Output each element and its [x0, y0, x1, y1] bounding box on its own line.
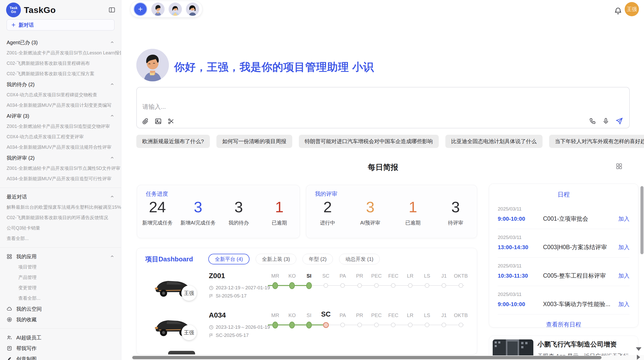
stat-label: 新增完成任务: [142, 219, 173, 226]
sidebar-item[interactable]: C0X4-动力总成开发项目工程变更评审: [0, 132, 121, 142]
suggestion-chip[interactable]: 特朗普可能对进口汽车增税会对中国车企造成哪些影响: [299, 135, 439, 148]
join-link[interactable]: 加入: [618, 301, 630, 308]
event-date: 2025/03/11: [498, 206, 630, 212]
scroll-down-arrow[interactable]: [636, 347, 641, 351]
project-row[interactable]: 王强 A034 2023-12-19～2026-01-19 SC-2025-05…: [137, 309, 477, 347]
milestone-node: [324, 283, 328, 288]
agent-avatar-2[interactable]: [169, 3, 182, 16]
app-link[interactable]: 项目管理: [0, 262, 121, 272]
project-row[interactable]: 王强 Z001 2023-12-19～2027-01-19 SI-2025-05…: [137, 270, 477, 308]
paperclip-icon[interactable]: [142, 118, 149, 125]
sidebar-cloud-space[interactable]: 我的云空间: [0, 304, 121, 314]
join-link[interactable]: 加入: [618, 215, 630, 223]
app-link[interactable]: 变更管理: [0, 283, 121, 293]
milestone-label: SC: [317, 310, 334, 319]
event-name: C003|H0B-方案冻结评审: [543, 243, 618, 251]
horizontal-scrollbar-thumb[interactable]: [132, 356, 602, 359]
suggestion-chip[interactable]: 当下年轻人对汽车外观有怎样的喜好趋势: [549, 135, 644, 148]
plus-icon: [137, 6, 144, 12]
chat-input[interactable]: 请输入...: [136, 87, 630, 128]
sidebar-section-my-review[interactable]: 我的评审 (2): [0, 153, 121, 163]
assistant-avatar: [136, 49, 169, 81]
suggestion-chip[interactable]: 比亚迪全固态电池计划具体说了什么: [445, 135, 543, 148]
sidebar-section-my-todo[interactable]: 我的待办 (2): [0, 79, 121, 90]
sidebar-item[interactable]: A034-全新新能源MUV产品开发项目计划变更类编写: [0, 100, 121, 111]
join-link[interactable]: 加入: [618, 244, 630, 251]
milestone-label: SC: [317, 270, 334, 280]
agent-avatar-1[interactable]: [151, 3, 165, 16]
join-link[interactable]: 加入: [618, 272, 630, 280]
sidebar-ai-staff[interactable]: AI超级员工: [0, 332, 121, 343]
notifications-bell-icon[interactable]: [614, 7, 622, 16]
layout-grid-icon[interactable]: [616, 163, 623, 171]
milestone-node: [272, 322, 278, 328]
project-dates: 2023-12-19～2026-01-19: [209, 324, 270, 331]
sidebar-section-ai-review[interactable]: AI评审 (3): [0, 111, 121, 121]
stat: 3 新增AI完成任务: [178, 198, 218, 226]
milestone-label: MR: [267, 270, 284, 280]
event-date: 2025/03/11: [498, 263, 630, 269]
project-dates: 2023-12-19～2027-01-19: [209, 284, 270, 291]
scissors-icon[interactable]: [167, 118, 174, 125]
send-icon[interactable]: [616, 117, 623, 125]
stat: 24 新增完成任务: [137, 198, 178, 226]
dashboard-tab[interactable]: 动总开发 (1): [339, 254, 380, 264]
recent-chat-item[interactable]: 公司Q3轻卡销量: [0, 223, 121, 233]
recent-chat-item[interactable]: 查看全部...: [0, 233, 121, 244]
schedule-event[interactable]: 2025/03/11 13:00-14:30 C003|H0B-方案冻结评审 加…: [498, 229, 630, 258]
schedule-event[interactable]: 2025/03/11 9:00-10:00 X003-车辆动力学性能验... 加…: [498, 286, 630, 314]
project-dashboard-card: 项目Dashboard 全新平台 (4)全新上装 (3)年型 (2)动总开发 (…: [136, 248, 477, 355]
project-flag-date: SC-2025-05-17: [209, 333, 249, 338]
recent-chat-item[interactable]: C02-飞腾新能源轻客改款项目的闭环通告反馈情况: [0, 213, 121, 223]
image-icon[interactable]: [155, 118, 162, 125]
milestone-label: OKTB: [452, 310, 469, 319]
milestone-label: KO: [284, 310, 300, 319]
dashboard-tab[interactable]: 年型 (2): [302, 254, 333, 264]
sidebar-creative-draw[interactable]: 创意制图: [0, 354, 121, 360]
user-name: 王强: [627, 6, 637, 13]
dashboard-tab[interactable]: 全新平台 (4): [208, 254, 250, 264]
cloud-icon: [7, 306, 12, 312]
suggestion-chip[interactable]: 如何写一份清晰的项目周报: [216, 135, 292, 148]
phone-icon[interactable]: [589, 117, 596, 125]
schedule-event[interactable]: 2025/03/11 10:30-11:30 C005-整车工程目标评审 加入: [498, 258, 630, 286]
logo-text-2: Go: [11, 10, 16, 14]
scroll-right-arrow[interactable]: [637, 355, 640, 360]
milestone-node: [408, 283, 413, 288]
milestone-node: [357, 283, 362, 288]
milestone-track: MRKOSISCPAPRPECFECLRLSJ1OKTB: [267, 310, 469, 331]
recent-chat-item[interactable]: 解释最新出台的欧盟报废车法规再生塑料比例被调至15%...: [0, 202, 121, 213]
greeting-text: 你好，王强，我是你的项目管理助理 小识: [174, 60, 374, 74]
sidebar-item[interactable]: Z001-全新燃油轻卡产品开发项目SI节点属性5D文件评审: [0, 163, 121, 174]
app-link[interactable]: 查看全部...: [0, 293, 121, 304]
stat-label: 已逾期: [272, 219, 287, 226]
sidebar-section-recent[interactable]: 最近对话: [0, 191, 121, 202]
sidebar-section-agent-done[interactable]: Agent已办 (3): [0, 37, 121, 48]
sidebar-item[interactable]: Z001-全新燃油皮卡产品开发项目SI节点Lesson Learn报告: [0, 48, 121, 58]
sidebar-item[interactable]: A034-全新新能源MUV产品开发项目法规符合性评审: [0, 142, 121, 153]
stat-label: 待评审: [448, 219, 463, 226]
new-chat-button[interactable]: 新对话: [7, 19, 114, 31]
sidebar-item[interactable]: C02-飞腾新能源轻客改款项目里程碑画布: [0, 58, 121, 69]
sidebar-favorites[interactable]: 我的收藏: [0, 314, 121, 325]
agent-avatar-3[interactable]: [186, 3, 199, 16]
sidebar-item[interactable]: C02-飞腾新能源轻客改款项目立项汇报方案: [0, 69, 121, 79]
sidebar-my-apps[interactable]: 我的应用: [0, 251, 121, 262]
app-link[interactable]: 产品管理: [0, 272, 121, 283]
stat-label: 新增AI完成任务: [180, 219, 216, 226]
sidebar-item[interactable]: C0X4-动力总成开发项目SI里程碑提交物检查: [0, 90, 121, 100]
vertical-scrollbar-thumb[interactable]: [640, 186, 643, 254]
stat-value: 2: [323, 198, 332, 216]
microphone-icon[interactable]: [602, 117, 609, 125]
dashboard-tab[interactable]: 全新上装 (3): [256, 254, 296, 264]
sidebar-help-write[interactable]: 帮我写作: [0, 343, 121, 354]
collapse-sidebar-icon[interactable]: [108, 6, 115, 13]
star-badge-icon: [7, 317, 12, 322]
user-avatar[interactable]: 王强: [625, 2, 639, 16]
view-all-schedule-link[interactable]: 查看所有日程: [489, 321, 638, 327]
sidebar-item[interactable]: Z001-全新燃油轻卡产品开发项目SI造型提交物评审: [0, 121, 121, 132]
suggestion-chip[interactable]: 欧洲新规最近颁布了什么?: [136, 135, 210, 148]
schedule-event[interactable]: 2025/03/11 9:00-10:00 C001-立项审批会 加入: [498, 201, 630, 229]
add-agent-button[interactable]: [134, 2, 147, 16]
sidebar-item[interactable]: A034-全新新能源MUV产品开发项目造型可行性评审: [0, 174, 121, 184]
